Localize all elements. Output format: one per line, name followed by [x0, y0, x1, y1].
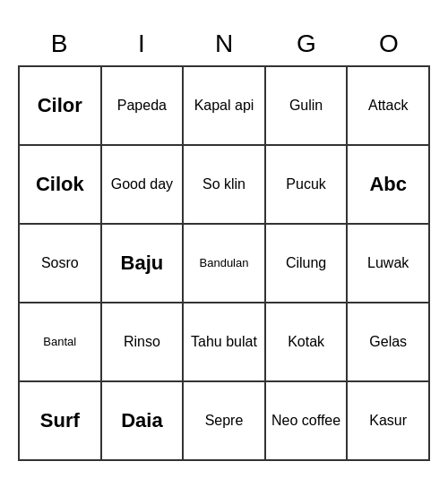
bingo-cell-0-3: Gulin [266, 67, 349, 146]
cell-text-4-1: Daia [121, 409, 162, 432]
bingo-cell-3-1: Rinso [102, 303, 185, 382]
bingo-cell-1-3: Pucuk [266, 146, 349, 225]
cell-text-4-3: Neo coffee [271, 412, 340, 429]
bingo-cell-1-1: Good day [102, 146, 185, 225]
cell-text-1-1: Good day [111, 175, 173, 192]
bingo-cell-2-3: Cilung [266, 225, 349, 303]
header-letter-N: N [183, 26, 265, 62]
cell-text-4-2: Sepre [205, 412, 244, 429]
bingo-cell-1-2: So klin [184, 146, 266, 225]
bingo-cell-0-0: Cilor [20, 67, 102, 146]
bingo-cell-0-4: Attack [348, 67, 430, 146]
cell-text-2-3: Cilung [286, 254, 326, 271]
header-letter-B: B [18, 26, 100, 62]
cell-text-1-3: Pucuk [286, 175, 325, 192]
bingo-cell-3-2: Tahu bulat [184, 303, 266, 382]
bingo-grid: CilorPapedaKapal apiGulinAttackCilokGood… [18, 65, 430, 461]
header-letter-O: O [348, 26, 430, 62]
cell-text-1-2: So klin [202, 175, 246, 192]
bingo-cell-2-0: Sosro [20, 225, 102, 303]
bingo-cell-4-0: Surf [20, 382, 102, 461]
bingo-cell-1-4: Abc [348, 146, 430, 225]
bingo-cell-2-4: Luwak [348, 225, 430, 303]
cell-text-0-1: Papeda [117, 97, 167, 114]
cell-text-0-2: Kapal api [194, 97, 254, 114]
bingo-cell-1-0: Cilok [20, 146, 102, 225]
bingo-cell-4-4: Kasur [348, 382, 430, 461]
bingo-cell-4-1: Daia [102, 382, 185, 461]
cell-text-0-3: Gulin [289, 97, 323, 114]
cell-text-3-4: Gelas [369, 333, 407, 350]
bingo-cell-0-1: Papeda [102, 67, 185, 146]
cell-text-1-0: Cilok [36, 173, 84, 196]
cell-text-2-4: Luwak [367, 254, 409, 271]
bingo-cell-4-3: Neo coffee [266, 382, 349, 461]
cell-text-2-2: Bandulan [200, 256, 249, 270]
bingo-cell-4-2: Sepre [184, 382, 266, 461]
header-letter-I: I [100, 26, 183, 62]
cell-text-2-0: Sosro [41, 254, 79, 271]
bingo-container: BINGO CilorPapedaKapal apiGulinAttackCil… [18, 26, 430, 461]
cell-text-3-2: Tahu bulat [191, 333, 257, 350]
cell-text-3-3: Kotak [288, 333, 324, 350]
cell-text-3-0: Bantal [43, 335, 76, 349]
cell-text-2-1: Baju [121, 252, 164, 275]
bingo-cell-2-1: Baju [102, 225, 185, 303]
bingo-cell-3-0: Bantal [20, 303, 102, 382]
bingo-header: BINGO [18, 26, 430, 62]
cell-text-1-4: Abc [369, 173, 407, 196]
bingo-cell-3-4: Gelas [348, 303, 430, 382]
cell-text-4-4: Kasur [369, 412, 407, 429]
cell-text-3-1: Rinso [124, 333, 160, 350]
bingo-cell-3-3: Kotak [266, 303, 349, 382]
bingo-cell-2-2: Bandulan [184, 225, 266, 303]
bingo-cell-0-2: Kapal api [184, 67, 266, 146]
cell-text-0-4: Attack [368, 97, 408, 114]
cell-text-4-0: Surf [40, 409, 80, 432]
cell-text-0-0: Cilor [38, 94, 82, 117]
header-letter-G: G [265, 26, 348, 62]
